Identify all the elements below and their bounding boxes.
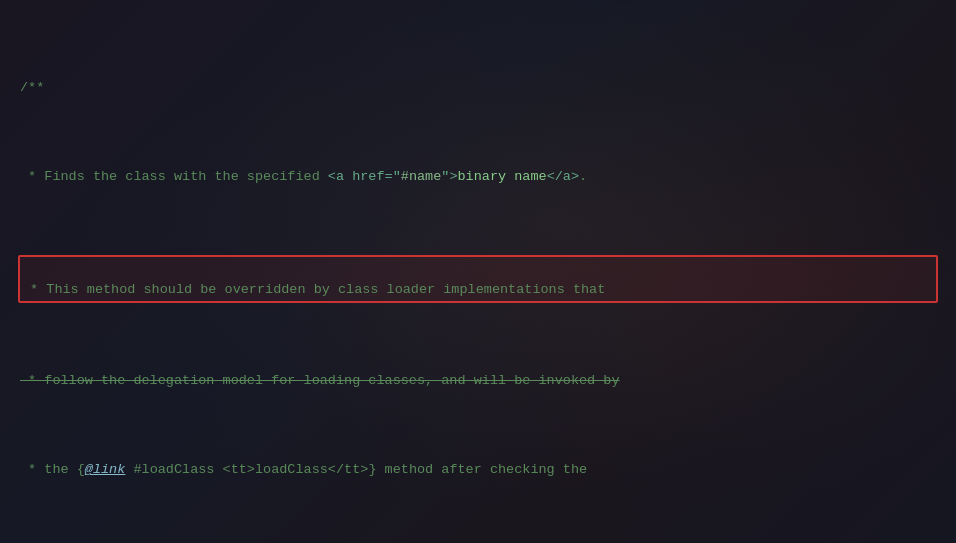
line-3-highlight: * This method should be overridden by cl… (18, 255, 938, 304)
code-container: /** * Finds the class with the specified… (0, 0, 956, 543)
line-5: * the {@link #loadClass <tt>loadClass</t… (20, 459, 936, 481)
line-2: * Finds the class with the specified <a … (20, 166, 936, 188)
line-4: * follow the delegation model for loadin… (20, 370, 936, 392)
code-block: /** * Finds the class with the specified… (20, 10, 936, 543)
comment-finds: * Finds the class with the specified <a … (20, 169, 587, 184)
line-1: /** (20, 77, 936, 99)
comment-the-link: * the {@link #loadClass <tt>loadClass</t… (20, 462, 587, 477)
comment-this-method: * This method should be overridden by cl… (22, 282, 605, 297)
comment-open: /** (20, 80, 44, 95)
comment-follow: * follow the delegation model for loadin… (20, 373, 620, 388)
